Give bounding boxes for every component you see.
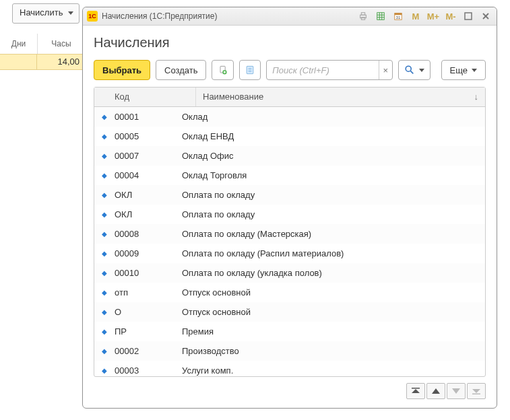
table-row[interactable]: ◆00003Услуги комп. [94,361,485,376]
row-bullet-icon: ◆ [94,230,115,238]
svg-rect-11 [465,13,472,20]
app-logo-icon: 1C [87,11,98,22]
hours-header: Часы [38,34,86,54]
dialog-content: Начисления Выбрать Создать × [83,26,497,408]
row-bullet-icon: ◆ [94,347,115,355]
column-name[interactable]: Наименование [196,88,485,106]
page-title: Начисления [94,35,486,50]
row-code: отп [115,287,175,298]
chevron-down-icon [419,69,424,72]
more-button[interactable]: Еще [441,60,486,80]
table-row[interactable]: ◆00001Оклад [94,107,485,127]
table-row[interactable]: ◆00007Оклад Офис [94,146,485,166]
row-code: 00009 [115,248,175,258]
row-bullet-icon: ◆ [94,250,115,257]
search-icon [404,65,415,75]
svg-rect-2 [361,18,364,20]
table-row[interactable]: ◆ПРПремия [94,322,485,341]
table-header: Код Наименование ↓ [94,88,485,107]
svg-marker-25 [452,388,460,394]
row-code: 00001 [115,112,175,122]
row-name: Услуги комп. [175,365,485,376]
days-cell[interactable] [0,54,37,70]
svg-marker-22 [412,389,420,393]
table-row[interactable]: ◆00005Оклад ЕНВД [94,127,485,146]
row-name: Оплата по окладу [175,190,485,200]
column-code[interactable]: Код [94,88,196,106]
svg-rect-1 [361,13,364,15]
row-bullet-icon: ◆ [94,191,115,199]
row-name: Оклад [175,112,485,122]
row-code: О [115,307,175,317]
row-code: 00004 [115,170,175,180]
row-name: Оплата по окладу [175,209,485,219]
table-row[interactable]: ◆00008Оплата по окладу (Мастерская) [94,224,485,244]
calendar-icon[interactable]: 31 [391,9,405,23]
search-input[interactable] [267,61,379,79]
nav-prev-button[interactable] [426,383,445,399]
memory-m-button[interactable]: M [409,9,422,23]
print-icon[interactable] [356,9,370,23]
nav-next-button[interactable] [447,383,466,399]
row-code: ОКЛ [115,209,175,219]
row-code: 00008 [115,229,175,239]
row-name: Оклад ЕНВД [175,131,485,141]
row-name: Премия [175,326,485,337]
svg-line-21 [410,71,413,73]
close-icon[interactable] [479,9,492,23]
table-row[interactable]: ◆отпОтпуск основной [94,283,485,302]
svg-point-20 [406,66,411,71]
table-row[interactable]: ◆00009Оплата по окладу (Распил материало… [94,244,485,263]
memory-mplus-button[interactable]: M+ [426,9,440,23]
svg-rect-3 [377,13,385,20]
table-body[interactable]: ◆00001Оклад◆00005Оклад ЕНВД◆00007Оклад О… [94,107,485,376]
bg-row: 14,00 [0,54,84,70]
search-options-button[interactable] [398,60,431,80]
toolbar: Выбрать Создать × Еще [94,60,486,80]
row-bullet-icon: ◆ [94,113,115,120]
table-row[interactable]: ◆ОКЛОплата по окладу [94,205,485,224]
table-row[interactable]: ◆00002Производство [94,341,485,361]
search-clear-button[interactable]: × [379,61,391,79]
row-bullet-icon: ◆ [94,328,115,335]
nav-buttons [94,377,486,401]
list-view-button[interactable] [239,60,261,80]
row-bullet-icon: ◆ [94,367,115,374]
row-name: Отпуск основной [175,287,485,298]
row-bullet-icon: ◆ [94,211,115,218]
svg-marker-24 [432,388,440,394]
nav-first-button[interactable] [406,383,425,399]
svg-rect-27 [472,394,480,395]
row-name: Отпуск основной [175,307,485,317]
days-header: Дни [0,34,38,54]
select-button[interactable]: Выбрать [94,60,150,80]
table-row[interactable]: ◆00004Оклад Торговля [94,166,485,185]
row-bullet-icon: ◆ [94,289,115,296]
table-row[interactable]: ◆ООтпуск основной [94,302,485,322]
create-button[interactable]: Создать [156,60,206,80]
nav-last-button[interactable] [467,383,486,399]
table-row[interactable]: ◆ОКЛОплата по окладу [94,185,485,205]
window-title: Начисления (1С:Предприятие) [102,11,218,21]
bg-column-headers: Дни Часы [0,34,86,55]
maximize-icon[interactable] [461,9,475,23]
row-code: 00010 [115,268,175,278]
row-name: Оплата по окладу (Распил материалов) [175,248,485,258]
row-name: Оклад Торговля [175,170,485,180]
accruals-table: Код Наименование ↓ ◆00001Оклад◆00005Окла… [94,87,486,377]
row-name: Оплата по окладу (укладка полов) [175,268,485,278]
row-bullet-icon: ◆ [94,133,115,140]
svg-rect-23 [412,388,420,389]
row-name: Оклад Офис [175,151,485,161]
table-row[interactable]: ◆00010Оплата по окладу (укладка полов) [94,263,485,283]
svg-marker-26 [472,389,480,393]
row-code: 00002 [115,346,175,356]
copy-button[interactable] [212,60,233,80]
accrue-button[interactable]: Начислить [12,3,79,24]
hours-cell[interactable]: 14,00 [37,54,84,70]
row-code: ПР [115,326,175,337]
row-bullet-icon: ◆ [94,269,115,277]
memory-mminus-button[interactable]: M- [444,9,457,23]
row-code: ОКЛ [115,190,175,200]
calendar-grid-icon[interactable] [374,9,387,23]
